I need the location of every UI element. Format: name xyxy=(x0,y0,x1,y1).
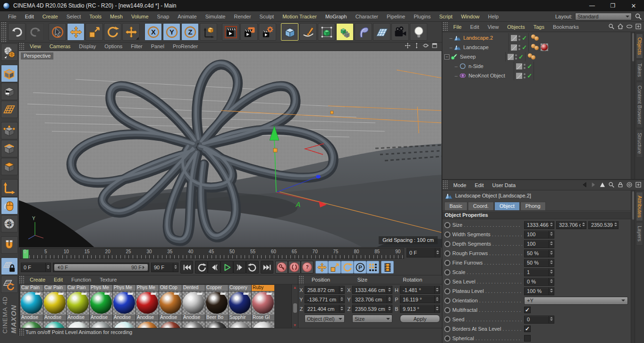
model-mode-button[interactable] xyxy=(1,65,18,82)
material-name[interactable]: Anodise xyxy=(90,315,112,321)
material-label-car-pain[interactable]: Car Pain xyxy=(67,285,89,291)
visibility-dots[interactable] xyxy=(515,54,517,60)
pla-record-button[interactable] xyxy=(381,261,394,274)
menu-script[interactable]: Script xyxy=(435,14,457,19)
viewport-menu-display[interactable]: Display xyxy=(75,43,100,49)
record-keyframe-button[interactable] xyxy=(275,261,288,274)
panel-tab-content-browser[interactable]: Content Browser xyxy=(636,82,643,128)
menu-select[interactable]: Select xyxy=(62,14,85,19)
material-thumbnail[interactable] xyxy=(229,292,251,315)
panel-tab-objects[interactable]: Objects xyxy=(636,34,643,59)
layout-dropdown[interactable]: Standard xyxy=(575,13,632,20)
property-value-field[interactable]: 100 xyxy=(524,231,554,239)
material-thumbnail[interactable] xyxy=(90,292,112,315)
material-label-dented[interactable]: Dented xyxy=(182,285,205,291)
material-thumbnail[interactable] xyxy=(43,292,66,315)
preview-range-bar[interactable]: 0 F 90 F xyxy=(54,264,148,271)
animation-dot[interactable] xyxy=(444,307,450,313)
field-spinner[interactable] xyxy=(387,286,392,293)
viewport-view-label[interactable]: Perspective xyxy=(21,52,53,60)
field-spinner[interactable] xyxy=(434,305,440,312)
material-thumbnail[interactable] xyxy=(136,292,159,315)
menu-simulate[interactable]: Simulate xyxy=(201,14,230,19)
scroll-up-icon[interactable]: ▲ xyxy=(293,284,297,290)
keyframe-selection-button[interactable]: ? xyxy=(301,261,314,274)
material-thumbnail-partial[interactable] xyxy=(182,321,205,328)
home-icon[interactable] xyxy=(617,23,625,31)
floor-button[interactable] xyxy=(373,23,390,41)
menu-help[interactable]: Help xyxy=(484,14,503,19)
field-spinner[interactable] xyxy=(387,296,392,303)
object-menu-objects[interactable]: Objects xyxy=(503,24,529,30)
apply-button[interactable]: Apply xyxy=(400,315,440,323)
object-row-n-side[interactable]: –n-Side✓ xyxy=(442,61,631,71)
property-dropdown[interactable]: +Y xyxy=(524,297,628,305)
preview-range-slider[interactable]: 0 F 90 F xyxy=(53,263,149,272)
snap-toggle-button[interactable] xyxy=(1,236,18,254)
menu-edit[interactable]: Edit xyxy=(21,14,38,19)
previous-key-button[interactable] xyxy=(195,261,208,274)
end-frame-spinner[interactable] xyxy=(173,263,178,272)
attribute-manager-scrollbar[interactable] xyxy=(631,190,635,343)
menu-file[interactable]: File xyxy=(4,14,21,19)
animation-dot[interactable] xyxy=(444,232,450,238)
property-value-field[interactable]: 0 xyxy=(524,316,554,324)
size-dropdown[interactable]: Size xyxy=(352,315,392,323)
coordinate-field-position-y[interactable]: -136.771 cm xyxy=(305,295,345,303)
next-frame-button[interactable] xyxy=(233,261,246,274)
keyframe-scale-toggle[interactable] xyxy=(328,261,341,274)
animation-dot[interactable] xyxy=(444,222,450,228)
subdivision-surface-button[interactable] xyxy=(318,23,335,41)
viewport-menu-cameras[interactable]: Cameras xyxy=(45,43,75,49)
material-thumbnail-partial[interactable] xyxy=(159,321,182,328)
scroll-down-icon[interactable]: ▼ xyxy=(293,322,297,328)
render-view-button[interactable] xyxy=(222,23,239,41)
maximize-icon[interactable] xyxy=(432,43,439,50)
render-picture-viewer-button[interactable] xyxy=(240,23,258,41)
material-thumbnail[interactable] xyxy=(252,292,274,315)
rotate-tool[interactable] xyxy=(104,23,121,41)
current-frame-spinner[interactable] xyxy=(45,263,51,272)
material-menu-texture[interactable]: Texture xyxy=(95,277,121,283)
material-thumbnail[interactable] xyxy=(113,292,136,315)
attribute-menu-user-data[interactable]: User Data xyxy=(488,182,520,188)
animation-dot[interactable] xyxy=(444,288,450,294)
material-name[interactable]: Rose Gl xyxy=(252,315,274,321)
enabled-check-icon[interactable]: ✓ xyxy=(527,72,534,79)
phong-tag-icon[interactable] xyxy=(528,53,536,60)
attribute-menu-edit[interactable]: Edit xyxy=(471,182,488,188)
field-spinner[interactable] xyxy=(549,316,554,323)
coordinate-field-size-x[interactable]: 1333.466 cm xyxy=(352,286,392,294)
material-thumbnail-partial[interactable] xyxy=(252,321,274,328)
menu-render[interactable]: Render xyxy=(229,14,255,19)
visibility-dots[interactable] xyxy=(518,35,520,41)
object-row-sweep[interactable]: −Sweep✓ xyxy=(442,52,631,61)
material-thumbnail[interactable] xyxy=(67,292,89,315)
object-menu-bookmarks[interactable]: Bookmarks xyxy=(549,24,583,30)
property-checkbox[interactable]: ✓ xyxy=(524,326,531,332)
property-value-field[interactable]: 1 xyxy=(524,268,554,276)
search-icon[interactable] xyxy=(608,23,616,31)
gizmo-handle[interactable] xyxy=(273,148,277,152)
add-panel-icon[interactable] xyxy=(635,181,643,189)
object-menu-view[interactable]: View xyxy=(483,24,503,30)
attribute-tab-coord[interactable]: Coord. xyxy=(468,202,494,210)
field-spinner[interactable] xyxy=(387,305,392,312)
edges-mode-button[interactable] xyxy=(1,140,18,157)
forward-icon[interactable] xyxy=(590,181,598,189)
field-spinner[interactable] xyxy=(549,250,554,257)
scrollbar-thumb[interactable] xyxy=(293,303,297,313)
object-menu-tags[interactable]: Tags xyxy=(529,24,549,30)
field-spinner[interactable] xyxy=(339,286,344,293)
enabled-check-icon[interactable]: ✓ xyxy=(527,63,534,70)
animation-dot[interactable] xyxy=(444,279,450,285)
lock-y-axis-button[interactable]: Y xyxy=(163,23,180,41)
menu-volume[interactable]: Volume xyxy=(127,14,153,19)
workplane-mode-button[interactable] xyxy=(1,101,18,118)
menu-plugins[interactable]: Plugins xyxy=(409,14,435,19)
property-value-field[interactable]: 323.706 cm xyxy=(556,221,586,229)
coordinate-field-position-x[interactable]: 258.872 cm xyxy=(305,286,345,294)
viewport-scene[interactable]: AY xyxy=(19,51,441,247)
frame-field[interactable]: 0 F xyxy=(407,248,441,257)
visibility-dots[interactable] xyxy=(524,64,525,69)
